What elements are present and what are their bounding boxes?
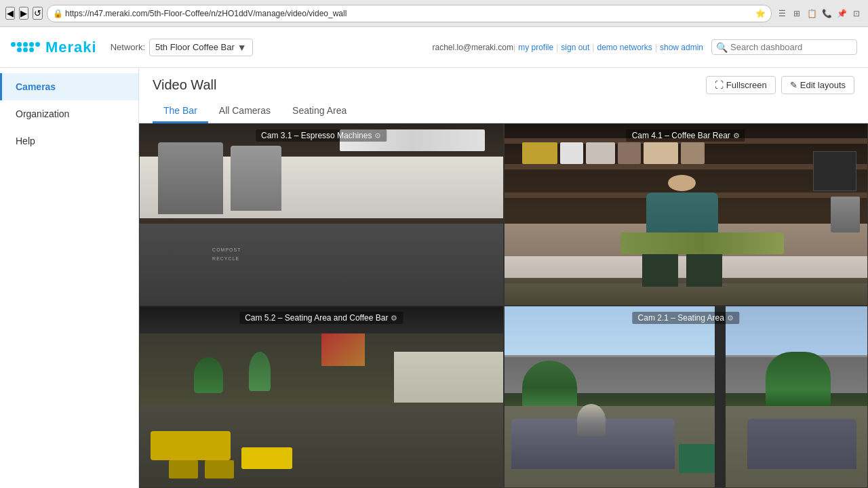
cam52-gear-icon[interactable]: ⚙ [391,314,397,323]
ext-icon-2[interactable]: ⊞ [791,7,803,20]
user-links: rachel.lo@meraki.com | my profile | sign… [432,43,706,52]
cam21-gear-icon[interactable]: ⚙ [727,314,734,323]
page-header: Video Wall ⛶ Fullscreen ✎ Edit layouts T… [139,68,868,123]
sidebar: Cameras Organization Help [0,68,139,488]
dropdown-arrow-icon: ▼ [237,42,247,53]
cam41-chalkboard [813,151,856,191]
cam21-ottoman [679,444,715,473]
camera-cell-31[interactable]: Cam 3.1 – Espresso Machines ⚙ [139,123,504,306]
show-admin-link[interactable]: show admin [657,43,706,52]
cam31-sign1: COMPOST [212,247,241,252]
cam41-products1 [522,142,812,164]
network-value: 5th Floor Coffee Bar [155,42,235,52]
cam21-label: Cam 2.1 – Seating Area ⚙ [633,312,739,324]
cam31-floor [140,278,503,305]
sign-out-link[interactable]: sign out [558,43,592,52]
cam52-art [321,333,365,366]
cam31-feed: COMPOST RECYCLE [140,124,503,305]
main-content: Video Wall ⛶ Fullscreen ✎ Edit layouts T… [139,68,868,488]
cam52-feed [140,306,503,487]
network-label: Network: [111,42,145,52]
browser-chrome: ◀ ▶ ↺ 🔒 https://n47.meraki.com/5th-Floor… [0,0,868,27]
ext-icon-6[interactable]: ⊡ [850,7,863,20]
cam31-label: Cam 3.1 – Espresso Machines ⚙ [256,129,387,142]
camera-cell-52[interactable]: Cam 5.2 – Seating Area and Coffee Bar ⚙ [139,306,504,488]
tabs: The Bar All Cameras Seating Area [153,100,854,123]
tab-all-cameras[interactable]: All Cameras [208,100,281,123]
cam52-chair1 [169,460,198,479]
cam52-plant2 [249,352,271,392]
my-profile-link[interactable]: my profile [515,43,556,52]
edit-layouts-button[interactable]: ✎ Edit layouts [781,76,854,94]
cam52-table2 [241,447,292,469]
cam31-drawer2 [241,237,314,247]
header-buttons: ⛶ Fullscreen ✎ Edit layouts [706,76,854,94]
url-text: https://n47.meraki.com/5th-Floor-Coffee/… [65,9,347,18]
app-header: Meraki Network: 5th Floor Coffee Bar ▼ r… [0,27,868,68]
fullscreen-icon: ⛶ [715,80,724,90]
cam21-sofa2 [747,419,856,470]
meraki-logo-text: Meraki [45,39,97,56]
url-bar[interactable]: 🔒 https://n47.meraki.com/5th-Floor-Coffe… [47,5,772,22]
refresh-button[interactable]: ↺ [33,7,43,20]
cam21-column [715,306,726,487]
cam31-sign2: RECYCLE [212,256,239,261]
user-email: rachel.lo@meraki.com [432,43,513,52]
page-title: Video Wall [153,77,217,93]
network-selector: Network: 5th Floor Coffee Bar ▼ [111,39,253,56]
cam31-machine2 [231,146,281,211]
cam52-plant1 [194,357,223,393]
tab-the-bar[interactable]: The Bar [153,100,208,123]
search-box: 🔍 [711,39,857,55]
logo: Meraki [11,39,97,56]
cam41-floor [505,283,868,305]
tab-seating-area[interactable]: Seating Area [281,100,357,123]
cam41-feed [505,124,868,305]
cisco-logo [11,42,40,52]
cam41-person [642,175,722,283]
camera-cell-41[interactable]: Cam 4.1 – Coffee Bar Rear ⚙ [504,123,869,306]
browser-icons: ☰ ⊞ 📋 📞 📌 ⊡ [776,7,863,20]
fullscreen-button[interactable]: ⛶ Fullscreen [706,76,776,94]
search-input[interactable] [730,40,852,54]
cam41-appliance [831,197,860,232]
cam21-person [577,404,606,436]
cam31-drawer1 [158,237,231,247]
cam31-cabinet [140,218,503,305]
cam41-gear-icon[interactable]: ⚙ [733,131,740,140]
video-grid: Cam 3.1 – Espresso Machines ⚙ [139,123,868,488]
cam41-food-tray [620,232,784,254]
cam31-drawer3 [325,237,397,247]
search-icon: 🔍 [716,42,728,53]
cam52-label: Cam 5.2 – Seating Area and Coffee Bar ⚙ [239,312,403,324]
cam41-label: Cam 4.1 – Coffee Bar Rear ⚙ [627,129,745,142]
cam31-camera-icon: 📷 [145,287,159,300]
cam52-table1 [151,431,231,460]
forward-button[interactable]: ▶ [19,7,28,20]
network-dropdown[interactable]: 5th Floor Coffee Bar ▼ [149,39,253,56]
cam21-feed [505,306,868,487]
sidebar-item-organization[interactable]: Organization [0,100,138,127]
demo-networks-link[interactable]: demo networks [594,43,654,52]
sidebar-item-help[interactable]: Help [0,127,138,155]
ext-icon-4[interactable]: 📞 [821,7,833,20]
back-button[interactable]: ◀ [5,7,15,20]
ext-icon-3[interactable]: 📋 [806,7,818,20]
cam31-machine1 [158,142,223,215]
camera-cell-21[interactable]: Cam 2.1 – Seating Area ⚙ [504,306,869,488]
main-layout: Cameras Organization Help Video Wall ⛶ F… [0,68,868,488]
ext-icon-1[interactable]: ☰ [776,7,788,20]
cam52-chair2 [205,460,234,479]
header-right: rachel.lo@meraki.com | my profile | sign… [432,39,857,55]
ext-icon-5[interactable]: 📌 [835,7,848,20]
page-title-row: Video Wall ⛶ Fullscreen ✎ Edit layouts [153,76,854,94]
sidebar-item-cameras[interactable]: Cameras [0,73,138,100]
cam52-bar-counter [394,352,503,403]
edit-icon: ✎ [790,80,797,90]
cam31-gear-icon[interactable]: ⚙ [374,131,381,140]
